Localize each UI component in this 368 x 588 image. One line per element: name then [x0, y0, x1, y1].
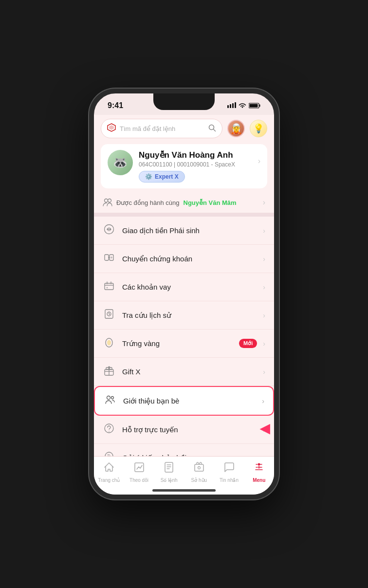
gioi-thieu-icon — [104, 394, 116, 407]
svg-marker-8 — [109, 125, 114, 130]
nav-trang-chu[interactable]: Trang chủ — [94, 459, 124, 485]
menu-item-y-kien[interactable]: Gửi ý kiến phản hồi › — [94, 444, 274, 456]
nav-so-lenh[interactable]: Số lệnh — [154, 459, 184, 485]
tra-cuu-chevron-icon: › — [263, 312, 265, 319]
companion-label: Được đồng hành cùng — [116, 199, 180, 206]
user-avatar: 🦝 — [108, 150, 133, 175]
y-kien-icon — [103, 451, 115, 456]
screen-content: Tìm mã để đặt lệnh 🧝 💡 🦝 Nguyễn Văn Hoàn… — [94, 115, 274, 495]
giao-dich-icon — [103, 224, 115, 237]
menu-label-chuyen: Chuyển chứng khoán — [122, 255, 192, 263]
section-divider — [94, 213, 274, 217]
battery-icon — [249, 102, 260, 110]
menu-item-vay[interactable]: Các khoản vay › — [94, 273, 274, 301]
svg-point-26 — [111, 397, 114, 399]
status-bar: 9:41 — [94, 93, 274, 115]
ho-tro-chevron-icon: › — [263, 426, 265, 434]
svg-point-29 — [105, 452, 113, 456]
top-bar: Tìm mã để đặt lệnh 🧝 💡 — [94, 115, 274, 142]
trung-vang-chevron-icon: › — [263, 340, 265, 348]
menu-label-giao-dich: Giao dịch tiền Phái sinh — [122, 226, 200, 235]
search-box[interactable]: Tìm mã để đặt lệnh — [101, 119, 222, 138]
menu-item-ho-tro[interactable]: Hỗ trợ trực tuyến › — [94, 416, 274, 444]
svg-point-25 — [107, 396, 110, 400]
user-meta: 064C001100 | 0001009001 - SpaceX — [139, 161, 252, 168]
nav-label-menu: Menu — [253, 478, 265, 483]
svg-rect-3 — [235, 102, 236, 108]
menu-item-gift[interactable]: Gift X › — [94, 358, 274, 386]
nav-label-theo-doi: Theo dõi — [129, 478, 148, 483]
tin-nhan-icon — [223, 461, 235, 476]
trung-vang-icon — [103, 337, 115, 350]
menu-item-chuyen[interactable]: Chuyển chứng khoán › — [94, 245, 274, 273]
new-badge: Mới — [239, 339, 257, 348]
menu-label-vay: Các khoản vay — [122, 283, 171, 292]
svg-point-33 — [198, 467, 200, 469]
nav-menu[interactable]: Menu — [244, 459, 274, 485]
tips-button[interactable]: 💡 — [250, 120, 267, 137]
gift-icon — [103, 365, 115, 378]
user-card[interactable]: 🦝 Nguyễn Văn Hoàng Anh 064C001100 | 0001… — [101, 144, 267, 188]
search-placeholder-text: Tìm mã để đặt lệnh — [120, 125, 204, 132]
signal-icon — [227, 102, 236, 110]
vay-icon — [103, 280, 115, 294]
theo-doi-icon — [133, 461, 145, 476]
svg-rect-6 — [259, 104, 260, 107]
chuyen-icon — [103, 252, 115, 265]
menu-item-trung-vang[interactable]: Trứng vàng Mới › — [94, 330, 274, 358]
svg-point-16 — [110, 257, 112, 258]
avatar-emoji: 🦝 — [113, 156, 128, 169]
nav-label-so-lenh: Số lệnh — [161, 478, 178, 483]
so-lenh-icon — [163, 461, 175, 476]
svg-line-10 — [214, 129, 216, 131]
user-chevron-icon: › — [258, 157, 260, 165]
svg-rect-32 — [195, 464, 203, 471]
badge-label: Expert X — [155, 173, 179, 180]
bulb-icon: 💡 — [253, 123, 264, 134]
user-badge: ⚙️ Expert X — [139, 171, 185, 183]
nav-tin-nhan[interactable]: Tin nhắn — [214, 459, 244, 485]
menu-label-gift: Gift X — [122, 368, 141, 376]
chuyen-chevron-icon: › — [263, 255, 265, 263]
tra-cuu-icon — [103, 309, 115, 322]
app-logo-icon — [107, 123, 116, 134]
menu-label-tra-cuu: Tra cứu lịch sử — [122, 311, 171, 320]
gioi-thieu-chevron-icon: › — [262, 397, 264, 405]
wifi-icon — [239, 102, 246, 110]
svg-rect-17 — [105, 283, 113, 290]
svg-rect-14 — [105, 255, 109, 260]
status-time: 9:41 — [108, 101, 123, 110]
menu-icon — [253, 461, 265, 476]
menu-item-giao-dich[interactable]: Giao dịch tiền Phái sinh › — [94, 217, 274, 245]
user-avatar-button[interactable]: 🧝 — [227, 120, 245, 137]
svg-rect-31 — [165, 462, 173, 472]
companion-name: Nguyễn Văn Mâm — [184, 199, 237, 206]
nav-label-so-huu: Sở hữu — [191, 478, 207, 483]
user-info: Nguyễn Văn Hoàng Anh 064C001100 | 000100… — [139, 150, 252, 183]
gift-chevron-icon: › — [263, 368, 265, 376]
user-name: Nguyễn Văn Hoàng Anh — [139, 150, 252, 160]
status-icons — [227, 102, 260, 110]
menu-label-gioi-thieu: Giới thiệu bạn bè — [123, 397, 179, 405]
companion-text: Được đồng hành cùng Nguyễn Văn Mâm — [103, 198, 237, 207]
menu-list: Giao dịch tiền Phái sinh › Chuyển chứng … — [94, 217, 274, 456]
nav-label-tin-nhan: Tin nhắn — [220, 478, 239, 483]
svg-point-12 — [108, 199, 111, 202]
svg-rect-0 — [227, 105, 229, 108]
svg-rect-24 — [106, 368, 112, 369]
menu-item-tra-cuu[interactable]: Tra cứu lịch sử › — [94, 301, 274, 330]
svg-point-11 — [105, 199, 108, 202]
nav-so-huu[interactable]: Sở hữu — [184, 459, 214, 485]
svg-point-22 — [107, 340, 111, 346]
svg-rect-5 — [250, 104, 258, 107]
companion-chevron-icon: › — [263, 198, 265, 207]
nav-theo-doi[interactable]: Theo dõi — [124, 459, 154, 485]
companion-row[interactable]: Được đồng hành cùng Nguyễn Văn Mâm › — [94, 192, 274, 213]
giao-dich-chevron-icon: › — [263, 227, 265, 235]
svg-rect-2 — [232, 103, 234, 108]
phone-frame: 9:41 Tìm mã để đặt l — [89, 89, 279, 499]
svg-point-28 — [109, 431, 110, 432]
svg-point-18 — [107, 287, 108, 289]
menu-item-gioi-thieu[interactable]: Giới thiệu bạn bè › — [94, 386, 274, 416]
nav-label-trang-chu: Trang chủ — [98, 478, 120, 483]
